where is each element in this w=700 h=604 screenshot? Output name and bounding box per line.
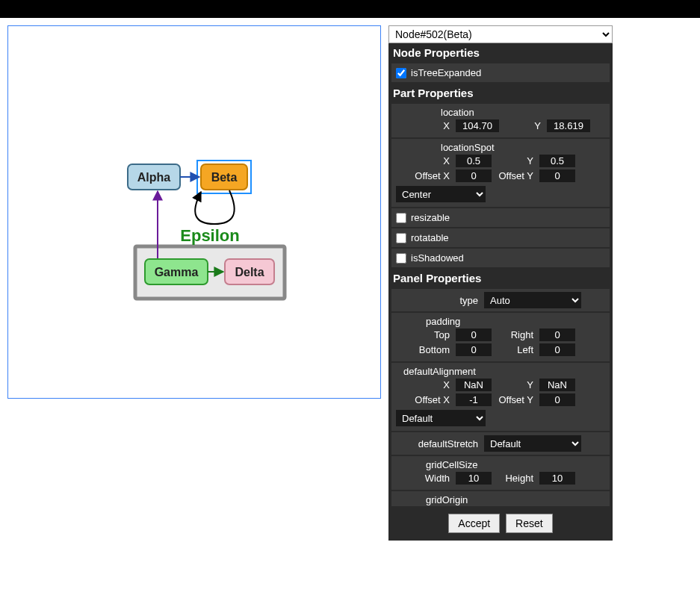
input-defalign-oy[interactable] — [539, 393, 575, 406]
checkbox-isTreeExpanded[interactable] — [396, 68, 406, 78]
input-locspot-ox[interactable] — [456, 169, 492, 182]
input-locspot-oy[interactable] — [539, 169, 575, 182]
node-alpha[interactable]: Alpha — [128, 164, 180, 190]
input-defalign-ox[interactable] — [456, 393, 492, 406]
input-defalign-y[interactable] — [539, 379, 575, 391]
prop-isShadowed[interactable]: isShadowed — [391, 249, 610, 267]
select-defalign-preset[interactable]: Default — [396, 410, 486, 426]
input-gridcell-w[interactable] — [456, 472, 492, 485]
input-location-x[interactable] — [456, 119, 499, 132]
prop-defaultAlignment: defaultAlignment X Y Offset X Offset Y D… — [391, 363, 610, 431]
top-bar — [0, 0, 700, 18]
prop-locationSpot: locationSpot X Y Offset X Offset Y Cente… — [391, 139, 610, 207]
reset-button[interactable]: Reset — [506, 514, 553, 533]
input-pad-top[interactable] — [456, 329, 492, 341]
prop-gridOrigin: gridOrigin X Y — [391, 491, 610, 506]
select-locspot-preset[interactable]: Center — [396, 186, 486, 202]
section-panel-properties: Panel Properties — [388, 269, 613, 287]
input-gridcell-h[interactable] — [539, 472, 575, 485]
node-gamma-label: Gamma — [155, 266, 199, 278]
accept-button[interactable]: Accept — [448, 514, 500, 533]
input-location-y[interactable] — [547, 119, 590, 132]
inspector-panel: Node#502(Beta) Node Properties isTreeExp… — [388, 25, 613, 541]
diagram-svg: Epsilon Alpha Beta Gamma Delta — [8, 26, 380, 398]
label-location: location — [441, 107, 605, 118]
node-delta[interactable]: Delta — [225, 259, 274, 284]
input-defalign-x[interactable] — [456, 379, 492, 391]
checkbox-rotatable[interactable] — [396, 233, 406, 243]
prop-gridCellSize: gridCellSize Width Height — [391, 456, 610, 490]
section-part-properties: Part Properties — [388, 84, 613, 102]
prop-defaultStretch: defaultStretch Default — [391, 432, 610, 455]
prop-padding: padding Top Right Bottom Left — [391, 313, 610, 361]
label-isTreeExpanded: isTreeExpanded — [411, 67, 481, 78]
node-alpha-label: Alpha — [137, 171, 171, 184]
input-pad-right[interactable] — [539, 329, 575, 341]
input-locspot-x[interactable] — [456, 155, 492, 167]
node-selector[interactable]: Node#502(Beta) — [388, 25, 613, 43]
inspector-scroll[interactable]: Node Properties isTreeExpanded Part Prop… — [388, 43, 613, 506]
node-beta[interactable]: Beta — [197, 161, 251, 193]
section-node-properties: Node Properties — [388, 43, 613, 62]
checkbox-resizable[interactable] — [396, 213, 406, 223]
select-defaultStretch[interactable]: Default — [484, 435, 581, 452]
node-delta-label: Delta — [235, 266, 264, 278]
button-bar: Accept Reset — [388, 506, 613, 541]
diagram-canvas[interactable]: Epsilon Alpha Beta Gamma Delta — [7, 25, 381, 399]
node-beta-label: Beta — [211, 171, 238, 184]
link-beta-self[interactable] — [195, 190, 234, 224]
input-pad-bottom[interactable] — [456, 343, 492, 356]
prop-isTreeExpanded[interactable]: isTreeExpanded — [391, 63, 610, 82]
group-epsilon-label: Epsilon — [180, 226, 239, 245]
prop-location: location X Y — [391, 104, 610, 137]
label-locationSpot: locationSpot — [441, 142, 605, 153]
select-panel-type[interactable]: Auto — [484, 292, 581, 308]
node-gamma[interactable]: Gamma — [145, 259, 208, 284]
input-pad-left[interactable] — [539, 343, 575, 356]
checkbox-isShadowed[interactable] — [396, 253, 406, 264]
prop-panel-type: type Auto — [391, 289, 610, 311]
input-locspot-y[interactable] — [539, 155, 575, 167]
prop-resizable[interactable]: resizable — [391, 208, 610, 227]
prop-rotatable[interactable]: rotatable — [391, 228, 610, 247]
